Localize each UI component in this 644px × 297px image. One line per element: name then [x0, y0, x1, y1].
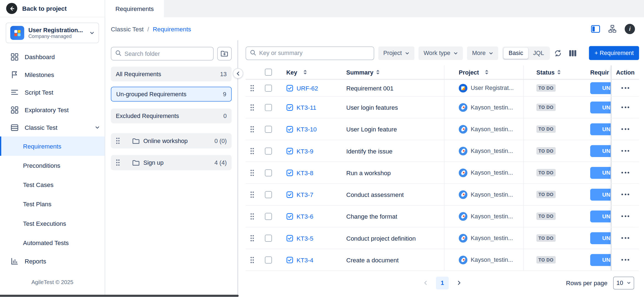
folder-item-online-workshop[interactable]: Online workshop 0 (0) [111, 133, 232, 148]
summary-cell[interactable]: User login features [343, 97, 444, 118]
drag-handle-icon[interactable] [116, 137, 120, 144]
row-checkbox[interactable] [259, 227, 278, 249]
row-checkbox[interactable] [259, 80, 278, 96]
sort-icon[interactable] [376, 70, 379, 75]
row-actions-button[interactable] [620, 257, 631, 263]
row-actions-button[interactable] [620, 169, 631, 176]
breadcrumb-parent[interactable]: Classic Test [111, 25, 144, 32]
collapse-panel-button[interactable] [233, 68, 243, 78]
row-drag-handle[interactable] [246, 184, 259, 205]
columns-button[interactable] [569, 50, 577, 56]
info-button[interactable]: i [625, 24, 635, 34]
row-actions-button[interactable] [620, 85, 631, 91]
refresh-button[interactable] [554, 49, 562, 57]
select-all-checkbox[interactable] [259, 65, 278, 79]
add-folder-button[interactable] [217, 47, 232, 60]
folder-search-input[interactable] [124, 50, 209, 57]
issue-key-link[interactable]: KT3-5 [296, 235, 313, 241]
requirement-status-button[interactable]: UNK [590, 167, 611, 178]
issue-key-link[interactable]: KT3-8 [296, 169, 313, 176]
sidebar-item-test-cases[interactable]: Test Cases [0, 175, 105, 194]
page-1-button[interactable]: 1 [436, 276, 449, 289]
row-checkbox[interactable] [259, 140, 278, 162]
row-drag-handle[interactable] [246, 140, 259, 162]
issue-key-link[interactable]: KT3-4 [296, 256, 313, 263]
row-drag-handle[interactable] [246, 205, 259, 227]
horizontal-scrollbar-thumb[interactable] [0, 295, 239, 297]
rows-per-page-select[interactable]: 10 [613, 276, 634, 289]
sidebar-item-milestones[interactable]: Milestones [0, 66, 105, 83]
sidebar-item-exploratory-test[interactable]: Exploratory Test [0, 101, 105, 119]
summary-cell[interactable]: Create a document [343, 249, 444, 271]
row-actions-button[interactable] [620, 148, 631, 154]
issue-key-link[interactable]: KT3-6 [296, 213, 313, 220]
summary-cell[interactable]: Conduct project definition [343, 227, 444, 249]
next-page-button[interactable] [453, 276, 465, 289]
sort-icon[interactable] [557, 70, 561, 75]
sidebar-item-test-plans[interactable]: Test Plans [0, 194, 105, 214]
header-project[interactable]: Project [444, 65, 524, 79]
header-status[interactable]: Status [524, 65, 585, 79]
requirement-status-button[interactable]: UNK [590, 123, 611, 135]
row-drag-handle[interactable] [246, 227, 259, 249]
requirement-status-button[interactable]: UNK [590, 145, 611, 157]
project-filter-button[interactable]: Project [378, 46, 415, 60]
sidebar-item-test-executions[interactable]: Test Executions [0, 214, 105, 233]
folder-group-excluded-requirements[interactable]: Excluded Requirements 0 [111, 109, 232, 123]
back-to-project-button[interactable]: Back to project [0, 0, 105, 17]
tab-requirements[interactable]: Requirements [105, 0, 164, 17]
header-key[interactable]: Key [278, 65, 343, 79]
breadcrumb-current[interactable]: Requirements [153, 25, 191, 32]
sidebar-item-reports[interactable]: Reports [0, 252, 105, 270]
row-actions-button[interactable] [620, 235, 631, 241]
tree-view-button[interactable] [608, 25, 617, 33]
summary-cell[interactable]: Run a workshop [343, 162, 444, 183]
summary-cell[interactable]: Identify the issue [343, 140, 444, 162]
add-requirement-button[interactable]: + Requirement [589, 46, 639, 60]
requirement-status-button[interactable]: UNK [590, 82, 611, 94]
row-drag-handle[interactable] [246, 80, 259, 96]
row-checkbox[interactable] [259, 162, 278, 183]
sort-icon[interactable] [485, 70, 488, 75]
row-checkbox[interactable] [259, 184, 278, 205]
sort-icon[interactable] [303, 70, 307, 75]
header-summary[interactable]: Summary [343, 65, 444, 79]
row-checkbox[interactable] [259, 119, 278, 140]
row-drag-handle[interactable] [246, 119, 259, 140]
row-drag-handle[interactable] [246, 97, 259, 118]
sidebar-item-requirements[interactable]: Requirements [0, 136, 105, 156]
summary-cell[interactable]: User Login feature [343, 119, 444, 140]
sidebar-item-classic-test[interactable]: Classic Test [0, 119, 105, 136]
row-checkbox[interactable] [259, 205, 278, 227]
row-actions-button[interactable] [620, 104, 631, 111]
drag-handle-icon[interactable] [116, 159, 120, 166]
table-search-input[interactable] [259, 50, 370, 56]
requirement-status-button[interactable]: UNK [590, 188, 611, 200]
chevron-down-icon[interactable] [95, 124, 100, 131]
summary-cell[interactable]: Change the format [343, 205, 444, 227]
row-actions-button[interactable] [620, 213, 631, 219]
folder-item-sign-up[interactable]: Sign up 4 (4) [111, 155, 232, 170]
issue-key-link[interactable]: KT3-9 [296, 147, 313, 154]
requirement-status-button[interactable]: UNK [590, 210, 611, 222]
worktype-filter-button[interactable]: Work type [419, 46, 463, 60]
more-filter-button[interactable]: More [467, 46, 498, 60]
project-selector[interactable]: User Registration... Company-managed [6, 23, 99, 43]
sidebar-item-automated-tests[interactable]: Automated Tests [0, 233, 105, 252]
issue-key-link[interactable]: KT3-10 [296, 126, 317, 133]
row-drag-handle[interactable] [246, 249, 259, 271]
row-drag-handle[interactable] [246, 162, 259, 183]
mode-jql-button[interactable]: JQL [528, 48, 549, 59]
row-actions-button[interactable] [620, 191, 631, 198]
sidebar-item-script-test[interactable]: Script Test [0, 83, 105, 101]
requirement-status-button[interactable]: UNK [590, 232, 611, 244]
folder-group-ungrouped-requirements[interactable]: Un-grouped Requirements 9 [111, 87, 232, 101]
header-requirement-status[interactable]: Requir [585, 65, 611, 79]
issue-key-link[interactable]: KT3-11 [296, 104, 316, 111]
summary-cell[interactable]: Requirement 001 [343, 80, 444, 96]
sidebar-item-preconditions[interactable]: Preconditions [0, 156, 105, 175]
folder-group-all-requirements[interactable]: All Requirements 13 [111, 67, 232, 81]
issue-key-link[interactable]: KT3-7 [296, 191, 313, 198]
sidebar-item-dashboard[interactable]: Dashboard [0, 48, 105, 66]
requirement-status-button[interactable]: UNK [590, 254, 611, 266]
